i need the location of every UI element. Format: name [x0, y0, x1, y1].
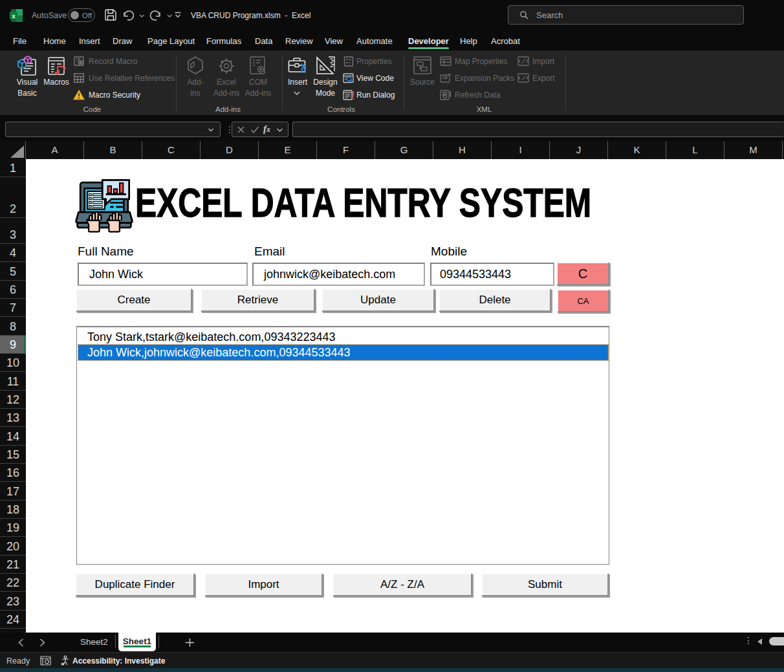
- svg-text:x: x: [12, 13, 15, 19]
